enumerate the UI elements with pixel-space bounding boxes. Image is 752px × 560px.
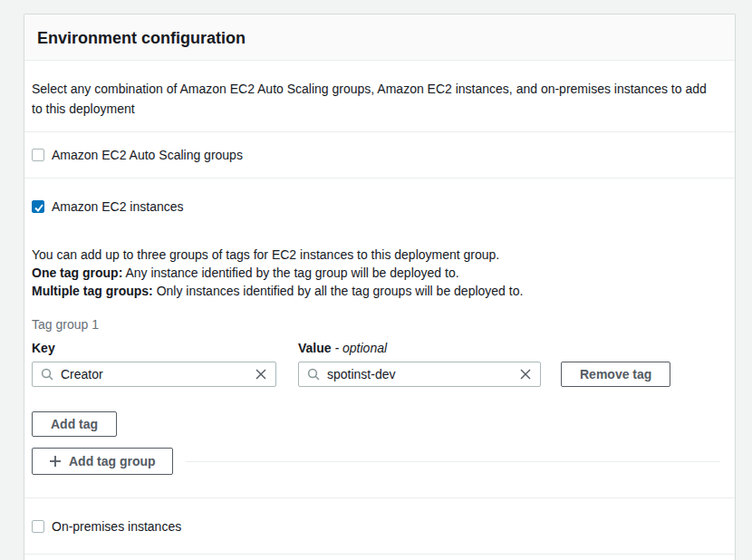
plus-icon — [49, 455, 62, 468]
search-icon — [41, 368, 53, 381]
close-icon — [519, 368, 532, 381]
clear-key-button[interactable] — [255, 368, 267, 381]
tag-group-1-label: Tag group 1 — [32, 316, 720, 333]
help-one-tag-group-term: One tag group: — [32, 266, 122, 280]
add-tag-button[interactable]: Add tag — [32, 411, 117, 437]
panel-description: Select any combination of Amazon EC2 Aut… — [32, 79, 717, 119]
close-icon — [255, 368, 267, 381]
auto-scaling-groups-checkbox[interactable] — [32, 149, 44, 161]
add-tag-group-row: Add tag group — [32, 448, 720, 475]
panel-body: Select any combination of Amazon EC2 Aut… — [24, 79, 735, 560]
help-intro: You can add up to three groups of tags f… — [32, 247, 499, 262]
ec2-instances-label: Amazon EC2 instances — [52, 198, 184, 215]
option-row-on-premises: On-premises instances — [32, 498, 720, 554]
help-multiple-tag-groups-desc: Only instances identified by all the tag… — [153, 284, 524, 298]
add-tag-group-button[interactable]: Add tag group — [32, 448, 173, 475]
key-label: Key — [32, 340, 298, 356]
on-premises-label: On-premises instances — [52, 518, 181, 535]
optional-suffix: - optional — [334, 341, 387, 355]
key-input[interactable] — [61, 367, 255, 381]
on-premises-checkbox[interactable] — [32, 520, 44, 533]
tag-groups-help-text: You can add up to three groups of tags f… — [32, 246, 720, 300]
panel-header: Environment configuration — [24, 14, 735, 61]
value-input[interactable] — [327, 367, 519, 381]
help-multiple-tag-groups-term: Multiple tag groups: — [32, 284, 153, 298]
ec2-instances-checkbox[interactable] — [32, 200, 44, 213]
search-icon — [307, 368, 320, 381]
remove-tag-button[interactable]: Remove tag — [561, 362, 670, 387]
help-one-tag-group-desc: Any instance identified by the tag group… — [122, 266, 458, 280]
divider — [186, 461, 720, 462]
divider — [24, 554, 735, 555]
auto-scaling-groups-label: Amazon EC2 Auto Scaling groups — [52, 147, 243, 163]
page: { "panel": { "title": "Environment confi… — [0, 0, 752, 560]
environment-configuration-panel: Environment configuration Select any com… — [24, 14, 736, 560]
option-row-auto-scaling-groups: Amazon EC2 Auto Scaling groups — [32, 132, 720, 178]
value-label: Value - optional — [298, 340, 387, 356]
clear-value-button[interactable] — [519, 368, 532, 381]
value-input-wrap — [298, 362, 541, 387]
option-row-ec2-instances: Amazon EC2 instances — [32, 179, 720, 215]
key-input-wrap — [32, 362, 276, 387]
field-labels-row: Key Value - optional — [32, 340, 720, 356]
add-tag-group-label: Add tag group — [69, 454, 156, 468]
check-icon — [33, 201, 45, 214]
page-title: Environment configuration — [37, 28, 717, 49]
tag-fields-row: Remove tag — [32, 362, 720, 387]
